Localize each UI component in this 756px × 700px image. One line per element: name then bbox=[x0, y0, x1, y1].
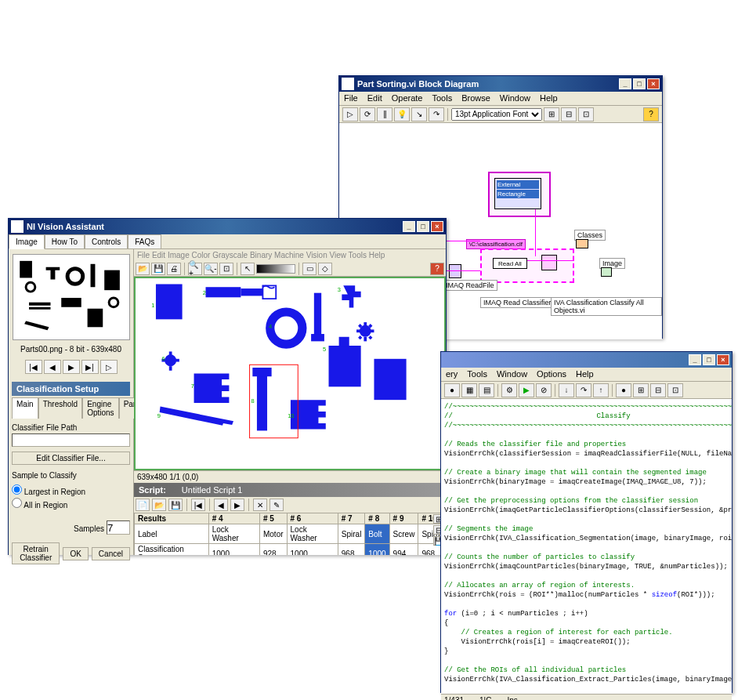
step-out-icon[interactable]: ↑ bbox=[593, 383, 609, 397]
roi-node[interactable]: External Rectangle bbox=[494, 178, 541, 209]
thumbnail-image[interactable] bbox=[13, 254, 130, 340]
prev-button[interactable]: ◀ bbox=[44, 360, 61, 374]
classifier-path-input[interactable] bbox=[12, 433, 130, 447]
menu-help[interactable]: Help bbox=[571, 368, 599, 381]
first-button[interactable]: |◀ bbox=[25, 360, 42, 374]
tb-icon[interactable]: ⊟ bbox=[650, 383, 666, 397]
step-into-icon[interactable]: ↓ bbox=[559, 383, 574, 397]
results-table[interactable]: Results# 4# 5# 6# 7# 8# 9# 10LabelLock W… bbox=[134, 513, 446, 555]
readfile-node[interactable] bbox=[449, 264, 461, 278]
external-dropdown[interactable]: External bbox=[497, 180, 539, 189]
bd-titlebar[interactable]: Part Sorting.vi Block Diagram _ □ × bbox=[339, 76, 662, 92]
close-button[interactable]: × bbox=[717, 354, 729, 365]
code-titlebar[interactable]: _ □ × bbox=[441, 352, 732, 368]
last-button[interactable]: ▶| bbox=[81, 360, 99, 374]
rectangle-dropdown[interactable]: Rectangle bbox=[497, 190, 539, 198]
help-icon[interactable]: ? bbox=[430, 263, 444, 275]
tb-icon[interactable]: ● bbox=[444, 383, 460, 397]
step-button[interactable]: ↘ bbox=[411, 107, 427, 122]
run-icon[interactable]: ▶ bbox=[519, 383, 534, 397]
classify-node[interactable] bbox=[541, 255, 557, 270]
samples-input[interactable] bbox=[107, 520, 130, 535]
delete-step-icon[interactable]: ✕ bbox=[253, 499, 267, 511]
toggle-bp-icon[interactable]: ● bbox=[616, 383, 631, 397]
menu-help[interactable]: Help bbox=[535, 92, 562, 105]
code-editor[interactable]: //~~~~~~~~~~~~~~~~~~~~~~~~~~~~~~~~~~~~~~… bbox=[441, 399, 732, 694]
save-script-icon[interactable]: 💾 bbox=[168, 499, 183, 511]
tb-icon[interactable]: ▦ bbox=[461, 383, 477, 397]
tb-icon[interactable]: ⊞ bbox=[633, 383, 649, 397]
break-icon[interactable]: ⊘ bbox=[536, 383, 552, 397]
open-icon[interactable]: 📂 bbox=[136, 263, 150, 275]
menu-operate[interactable]: Operate bbox=[387, 92, 428, 105]
open-script-icon[interactable]: 📂 bbox=[152, 499, 166, 511]
radio-largest[interactable]: Largest in Region bbox=[12, 484, 130, 496]
menu-browse[interactable]: Browse bbox=[457, 92, 495, 105]
minimize-button[interactable]: _ bbox=[689, 354, 701, 365]
edit-classifier-button[interactable]: Edit Classifier File... bbox=[12, 452, 130, 465]
read-all-node[interactable]: Read All bbox=[493, 258, 527, 269]
menu-edit[interactable]: Edit bbox=[363, 92, 387, 105]
new-script-icon[interactable]: 📄 bbox=[136, 499, 150, 511]
maximize-button[interactable]: □ bbox=[417, 221, 429, 232]
maximize-button[interactable]: □ bbox=[703, 354, 715, 365]
highlight-button[interactable]: 💡 bbox=[394, 107, 410, 122]
menu-window[interactable]: Window bbox=[495, 92, 535, 105]
prev-step-icon[interactable]: ◀ bbox=[214, 499, 228, 511]
next-button[interactable]: ▶ bbox=[63, 360, 80, 374]
distribute-button[interactable]: ⊟ bbox=[561, 107, 577, 122]
play-button[interactable]: ▷ bbox=[100, 360, 118, 374]
pointer-icon[interactable]: ↖ bbox=[241, 263, 255, 275]
minimize-button[interactable]: _ bbox=[619, 78, 631, 89]
minimize-button[interactable]: _ bbox=[403, 221, 415, 232]
rotate-tool-icon[interactable]: ◇ bbox=[318, 263, 332, 275]
image-menubar[interactable]: File Edit Image Color Grayscale Binary M… bbox=[134, 249, 446, 261]
zoom-fit-icon[interactable]: ⊡ bbox=[219, 263, 233, 275]
cancel-button[interactable]: Cancel bbox=[92, 547, 130, 560]
run-cont-button[interactable]: ⟳ bbox=[360, 107, 375, 122]
menu-window[interactable]: Window bbox=[492, 368, 532, 381]
tab-threshold[interactable]: Threshold bbox=[38, 397, 82, 419]
step-over-icon[interactable]: ↷ bbox=[576, 383, 591, 397]
menu-options[interactable]: Options bbox=[532, 368, 571, 381]
tab-howto[interactable]: How To bbox=[45, 234, 85, 248]
va-titlebar[interactable]: NI Vision Assistant _ □ × bbox=[9, 219, 446, 234]
save-icon[interactable]: 💾 bbox=[151, 263, 165, 275]
menu-gallery[interactable]: ery bbox=[441, 368, 462, 381]
next-step-icon[interactable]: ▶ bbox=[230, 499, 244, 511]
compile-icon[interactable]: ⚙ bbox=[501, 383, 517, 397]
ok-button[interactable]: OK bbox=[63, 547, 88, 560]
image-indicator[interactable] bbox=[601, 267, 612, 277]
close-button[interactable]: × bbox=[431, 221, 443, 232]
tb-icon[interactable]: ⊡ bbox=[667, 383, 683, 397]
tab-faqs[interactable]: FAQs bbox=[128, 234, 161, 248]
close-button[interactable]: × bbox=[647, 78, 660, 89]
run-button[interactable]: ▷ bbox=[342, 107, 358, 122]
tab-controls[interactable]: Controls bbox=[85, 234, 128, 248]
menu-tools[interactable]: Tools bbox=[427, 92, 457, 105]
radio-all[interactable]: All in Region bbox=[12, 498, 130, 510]
tab-image[interactable]: Image bbox=[9, 234, 45, 249]
edit-step-icon[interactable]: ✎ bbox=[269, 499, 284, 511]
maximize-button[interactable]: □ bbox=[633, 78, 646, 89]
reorder-button[interactable]: ⊡ bbox=[578, 107, 594, 122]
rect-tool-icon[interactable]: ▭ bbox=[302, 263, 317, 275]
classes-indicator[interactable] bbox=[576, 239, 588, 248]
menu-file[interactable]: File bbox=[339, 92, 363, 105]
palette-icon[interactable] bbox=[256, 264, 295, 274]
main-image-view[interactable]: 1 2 3 4 5 6 7 8 9 10 bbox=[134, 277, 446, 470]
tab-main[interactable]: Main bbox=[12, 397, 38, 419]
help-icon[interactable]: ? bbox=[643, 107, 659, 122]
zoom-in-icon[interactable]: 🔍+ bbox=[188, 263, 202, 275]
step-over-button[interactable]: ↷ bbox=[429, 107, 444, 122]
align-button[interactable]: ⊞ bbox=[544, 107, 559, 122]
tab-engine[interactable]: Engine Options bbox=[82, 397, 118, 419]
first-step-icon[interactable]: |◀ bbox=[191, 499, 205, 511]
retrain-button[interactable]: Retrain Classifier bbox=[12, 542, 60, 564]
pause-button[interactable]: ‖ bbox=[377, 107, 392, 122]
menu-tools[interactable]: Tools bbox=[462, 368, 492, 381]
zoom-out-icon[interactable]: 🔍- bbox=[204, 263, 218, 275]
print-icon[interactable]: 🖨 bbox=[167, 263, 181, 275]
font-select[interactable]: 13pt Application Font bbox=[451, 108, 542, 121]
tb-icon[interactable]: ▤ bbox=[479, 383, 494, 397]
